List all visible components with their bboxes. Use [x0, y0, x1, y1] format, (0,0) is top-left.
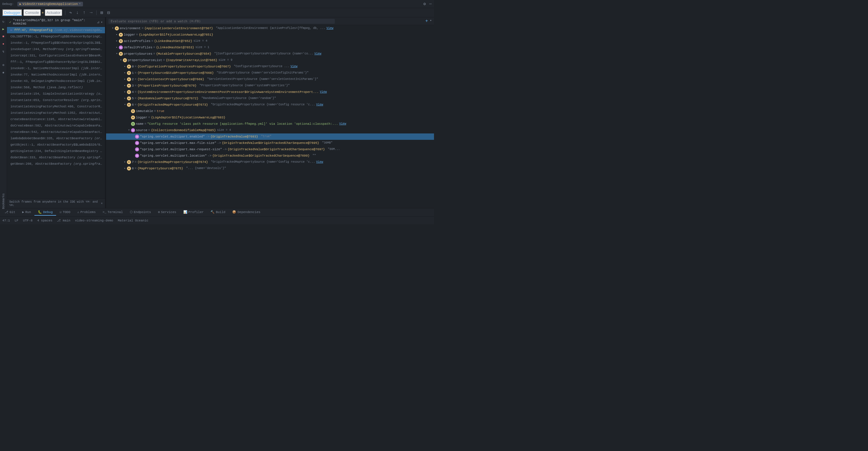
frame-item[interactable]: createBean:542, AbstractAutowireCapableB…	[7, 129, 105, 135]
variable-6[interactable]: ● 6 = {OriginTrackedMapPropertySource@76…	[106, 102, 434, 108]
variable-0[interactable]: ● 0 = {ConfigurationPropertySourcesPrope…	[106, 63, 434, 70]
frame-item[interactable]: CGLIB$fff$0:-1, FFmpegConfig$$EnhancerBy…	[7, 33, 105, 40]
frame-item[interactable]: doCreateBean:582, AbstractAutowireCapabl…	[7, 122, 105, 129]
frame-item[interactable]: invoke:43, DelegatingMethodAccessorImpl …	[7, 78, 105, 84]
add-watch-icon[interactable]: +	[425, 19, 428, 24]
variable-5[interactable]: ● 5 = {RandomValuePropertySource@7672} "…	[106, 95, 434, 102]
frames-footer-close[interactable]: ×	[101, 202, 103, 205]
tab-build[interactable]: 🔨 Build	[207, 209, 229, 216]
frame-item[interactable]: invokeSuper:244, MethodProxy (org.spring…	[7, 46, 105, 52]
frame-item[interactable]: invoke:-1, FFmpegConfig$$EnhancerBySprin…	[7, 40, 105, 46]
expand-icon[interactable]	[115, 33, 119, 37]
sidebar-icon-7[interactable]: ✱	[1, 69, 6, 75]
minimize-icon[interactable]: ─	[429, 2, 432, 6]
tab-todo[interactable]: ☑ TODO	[56, 209, 74, 216]
expand-icon[interactable]	[115, 39, 119, 43]
tab-problems[interactable]: ⚠ Problems	[74, 209, 99, 216]
frame-item[interactable]: invoke0:-1, NativeMethodAccessorImpl (jd…	[7, 65, 105, 72]
frame-item[interactable]: instantiateUsingFactoryMethod:486, Const…	[7, 103, 105, 110]
frame-item[interactable]: instantiate:653, ConstructorResolver (or…	[7, 97, 105, 103]
variable-property-sources[interactable]: ● propertySources = {MutablePropertySour…	[106, 51, 434, 57]
expand-icon[interactable]	[123, 71, 127, 75]
variable-2[interactable]: ● 2 = {ServletContextPropertySource@7669…	[106, 76, 434, 83]
tab-dependencies[interactable]: 📦 Dependencies	[229, 209, 264, 216]
expand-frames-icon[interactable]: ▾	[101, 20, 103, 24]
evaluate-expression-input[interactable]	[108, 19, 335, 24]
tab-run[interactable]: ▶ Run	[19, 209, 34, 216]
view-link[interactable]: View	[290, 64, 298, 69]
expand-icon[interactable]	[123, 84, 127, 88]
sidebar-icon-5[interactable]: ↯	[1, 49, 6, 54]
expand-icon[interactable]	[111, 26, 115, 30]
frame-item[interactable]: intercept:331, ConfigurationClassEnhance…	[7, 52, 105, 59]
frame-item[interactable]: instantiateUsingFactoryMethod:1352, Abst…	[7, 110, 105, 116]
expand-icon[interactable]	[119, 58, 123, 62]
sidebar-icon-1[interactable]: ↻	[1, 19, 6, 24]
run-to-cursor-btn[interactable]: →	[89, 10, 93, 15]
variable-1[interactable]: ● 1 = {PropertySource$StubPropertySource…	[106, 70, 434, 76]
frame-item[interactable]: ⇦ fff:47, FFmpegConfig (com.oj.videostre…	[7, 27, 105, 33]
expand-icon[interactable]	[123, 90, 127, 94]
expand-icon[interactable]	[123, 103, 127, 107]
expand-icon[interactable]	[123, 166, 127, 170]
app-tab[interactable]: ▶ VideoStreamingDemoApplication ×	[17, 2, 83, 6]
filter-icon[interactable]: ⊿	[97, 20, 99, 24]
tab-close-icon[interactable]: ×	[79, 2, 81, 5]
frame-item[interactable]: invoke:568, Method (java.lang.reflect)	[7, 84, 105, 91]
variable-immutable[interactable]: ● immutable = true	[106, 108, 434, 114]
variable-logger[interactable]: ● logger = {LogAdapter$Slf4jLocationAwar…	[106, 32, 434, 38]
variable-multipart-max-request[interactable]: ▤ "spring.servlet.multipart.max-request-…	[106, 146, 434, 152]
variable-property-source-list[interactable]: ● propertySourceList = {CopyOnWriteArray…	[106, 57, 434, 63]
expand-icon[interactable]	[123, 77, 127, 81]
view-link[interactable]: View	[316, 102, 323, 107]
frame-item[interactable]: lambda$doGetBean$0:335, AbstractBeanFact…	[7, 135, 105, 142]
view-link[interactable]: View	[339, 121, 346, 126]
settings-debug-btn[interactable]: ⊟	[106, 10, 111, 16]
tab-terminal[interactable]: >_ Terminal	[99, 209, 126, 216]
view-link[interactable]: View	[327, 26, 333, 31]
sidebar-icon-4[interactable]: ●	[1, 41, 6, 47]
step-out-btn[interactable]: ↑	[82, 10, 87, 15]
variable-source[interactable]: ▤ source = {Collections$UnmodifiableMap@…	[106, 127, 434, 134]
variable-active-profiles[interactable]: ● activeProfiles = {LinkedHashSet@7652} …	[106, 38, 434, 44]
expand-icon[interactable]	[123, 160, 127, 164]
variable-7[interactable]: ● 7 = {OriginTrackedMapPropertySource@76…	[106, 159, 434, 165]
view-link[interactable]: View	[316, 160, 323, 165]
variable-logger-inner[interactable]: ● logger = {LogAdapter$Slf4jLocationAwar…	[106, 114, 434, 121]
expand-icon[interactable]	[127, 128, 131, 132]
frame-item[interactable]: invoke:77, NativeMethodAccessorImpl (jdk…	[7, 72, 105, 78]
sidebar-icon-6[interactable]: ⚙	[1, 62, 6, 68]
frames-btn[interactable]: ⊞	[99, 10, 104, 16]
variable-default-profiles[interactable]: ▤ defaultProfiles = {LinkedHashSet@7653}…	[106, 44, 434, 51]
frame-item[interactable]: getSingleton:234, DefaultSingletonBeanRe…	[7, 148, 105, 154]
tab-endpoints[interactable]: ⬡ Endpoints	[126, 209, 154, 216]
variable-3[interactable]: ● 3 = {PropertiesPropertySource@7670} "P…	[106, 83, 434, 89]
expand-icon[interactable]	[123, 64, 127, 68]
actuator-tab[interactable]: Actuator	[45, 9, 62, 16]
variable-name[interactable]: s name = "Config resource 'class path re…	[106, 121, 434, 127]
settings-icon[interactable]: ⚙	[423, 1, 426, 6]
variable-multipart-max-file[interactable]: ▤ "spring.servlet.multipart.max-file-siz…	[106, 140, 434, 146]
frame-item[interactable]: getBean:208, AbstractBeanFactory (org.sp…	[7, 161, 105, 167]
frame-item[interactable]: doGetBean:333, AbstractBeanFactory (org.…	[7, 154, 105, 161]
sidebar-icon-3[interactable]: ■	[1, 34, 6, 39]
expand-icon[interactable]	[123, 96, 127, 101]
collapse-all-icon[interactable]: ▾	[430, 19, 432, 24]
step-over-btn[interactable]: ↷	[68, 10, 73, 16]
debugger-tab[interactable]: Debugger	[2, 9, 22, 16]
expand-icon[interactable]	[115, 46, 119, 50]
tab-services[interactable]: ⚙ Services	[154, 209, 180, 216]
frame-item[interactable]: instantiate:154, SimpleInstantiationStra…	[7, 91, 105, 97]
step-into-btn[interactable]: ↓	[75, 10, 80, 15]
frame-item[interactable]: fff:-1, FFmpegConfig$$EnhancerBySpringCG…	[7, 59, 105, 65]
tab-profiler[interactable]: 📊 Profiler	[180, 209, 207, 216]
view-link[interactable]: View	[314, 51, 321, 56]
sidebar-icon-2[interactable]: ▶	[1, 26, 6, 32]
variable-8[interactable]: ● 8 = {MapPropertySource@7675} "... {nam…	[106, 165, 434, 172]
console-tab[interactable]: Console	[24, 9, 41, 16]
frame-item[interactable]: getObject:-1, AbstractBeanFactory$$Lambd…	[7, 142, 105, 148]
variable-environment[interactable]: ● environment = {ApplicationServletEnvir…	[106, 25, 434, 32]
view-link[interactable]: View	[320, 89, 327, 95]
tab-git[interactable]: ⎇ Git	[1, 209, 19, 216]
variable-multipart-enabled[interactable]: ▤ "spring.servlet.multipart.enabled" -> …	[106, 134, 434, 140]
